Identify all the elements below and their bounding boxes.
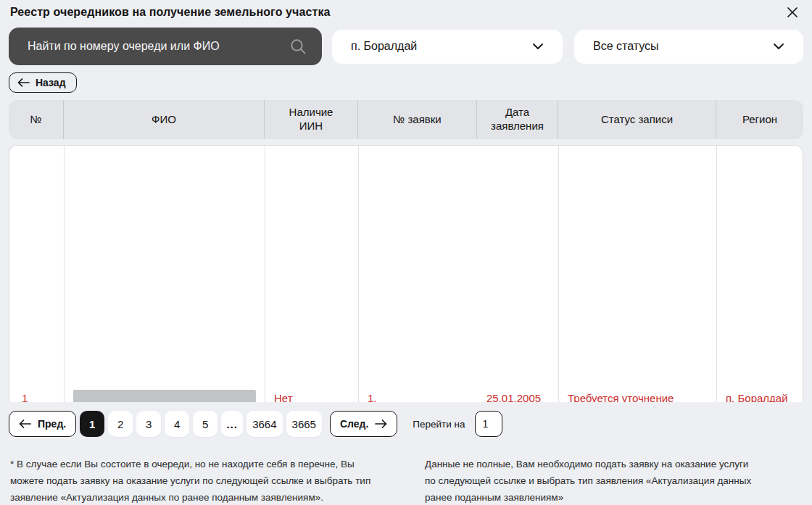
- goto-page-input[interactable]: [475, 411, 502, 437]
- column-header-4: Дата заявления: [477, 100, 558, 139]
- page-title: Реестр очередников на получение земельно…: [10, 6, 330, 19]
- page-button-1[interactable]: 1: [80, 411, 104, 437]
- close-button[interactable]: [784, 4, 800, 20]
- status-dropdown[interactable]: Все статусы: [574, 30, 803, 64]
- table-body: 1Нет1.25.01.2005Требуется уточнениеп. Бо…: [9, 145, 803, 402]
- footnote-right: Данные не полные, Вам необходимо подать …: [425, 456, 753, 505]
- column-header-5: Статус записи: [558, 100, 716, 139]
- footnotes: * В случае если Вы состоите в очереди, н…: [0, 437, 812, 505]
- column-header-6: Регион: [716, 100, 803, 139]
- page-button-4[interactable]: 4: [165, 411, 189, 437]
- prev-page-button[interactable]: Пред.: [9, 411, 76, 437]
- redacted-name-bar: [73, 390, 256, 403]
- table-row: 1Нет1.25.01.2005Требуется уточнениеп. Бо…: [9, 146, 803, 402]
- next-page-label: След.: [340, 418, 368, 430]
- back-button[interactable]: Назад: [9, 72, 77, 93]
- next-page-button[interactable]: След.: [330, 411, 397, 437]
- arrow-right-icon: [375, 420, 387, 428]
- close-icon: [786, 6, 799, 19]
- page-button-3664[interactable]: 3664: [246, 411, 282, 437]
- arrow-left-icon: [17, 78, 30, 87]
- arrow-left-icon: [19, 420, 31, 428]
- back-button-label: Назад: [36, 77, 66, 88]
- back-row: Назад: [0, 65, 812, 93]
- column-header-3: № заявки: [358, 100, 477, 139]
- cell-iin-presence: Нет: [265, 146, 359, 402]
- page-number-list: 12345...36643665: [80, 411, 322, 437]
- page-ellipsis[interactable]: ...: [221, 411, 243, 437]
- search-input[interactable]: [26, 39, 289, 54]
- titlebar: Реестр очередников на получение земельно…: [0, 0, 812, 20]
- page-button-2[interactable]: 2: [108, 411, 133, 437]
- footnote-left: * В случае если Вы состоите в очереди, н…: [10, 456, 384, 505]
- prev-page-label: Пред.: [38, 418, 66, 430]
- table-header: №ФИОНаличие ИИН№ заявкиДата заявленияСта…: [9, 100, 803, 139]
- search-icon[interactable]: [289, 37, 307, 56]
- column-header-1: ФИО: [64, 100, 265, 139]
- queue-registry-modal: Реестр очередников на получение земельно…: [0, 0, 812, 505]
- chevron-down-icon: [532, 43, 544, 50]
- column-header-0: №: [9, 100, 64, 139]
- page-button-5[interactable]: 5: [193, 411, 218, 437]
- chevron-down-icon: [773, 43, 784, 50]
- region-dropdown[interactable]: п. Боралдай: [332, 30, 563, 64]
- region-dropdown-value: п. Боралдай: [351, 40, 417, 53]
- column-header-2: Наличие ИИН: [265, 100, 358, 139]
- cell-application-number: 1.: [359, 146, 803, 402]
- status-dropdown-value: Все статусы: [593, 40, 659, 53]
- search-box[interactable]: [9, 28, 322, 65]
- goto-page-label: Перейти на: [413, 419, 465, 430]
- cell-queue-number: 1: [9, 146, 65, 402]
- filter-bar: п. Боралдай Все статусы: [0, 20, 812, 65]
- page-button-3[interactable]: 3: [136, 411, 161, 437]
- page-button-3665[interactable]: 3665: [286, 411, 322, 437]
- cell-full-name: [65, 146, 265, 402]
- pagination-bar: Пред. 12345...36643665 След. Перейти на: [0, 402, 812, 437]
